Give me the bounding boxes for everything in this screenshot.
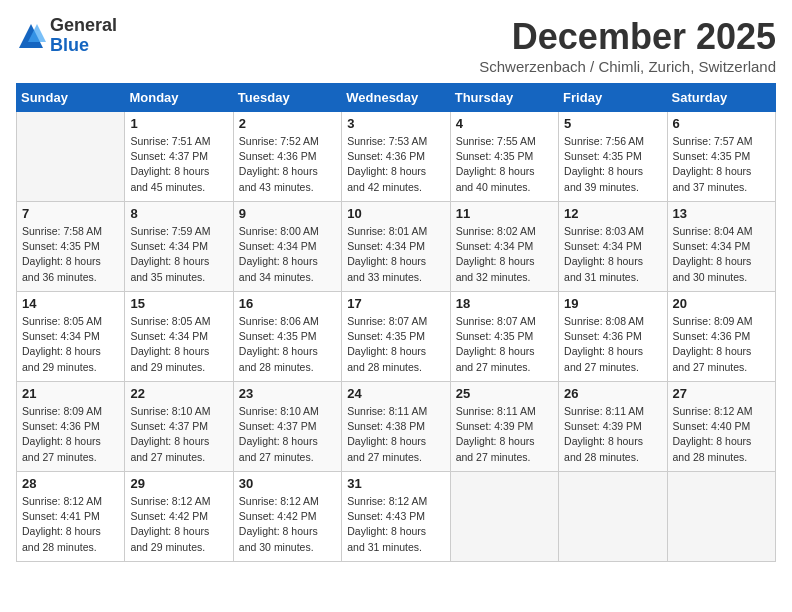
day-number: 21 [22, 386, 119, 401]
day-number: 16 [239, 296, 336, 311]
day-info: Sunrise: 8:12 AM Sunset: 4:41 PM Dayligh… [22, 494, 119, 555]
calendar-day-cell: 25Sunrise: 8:11 AM Sunset: 4:39 PM Dayli… [450, 382, 558, 472]
day-number: 8 [130, 206, 227, 221]
calendar-day-cell: 16Sunrise: 8:06 AM Sunset: 4:35 PM Dayli… [233, 292, 341, 382]
calendar-body: 1Sunrise: 7:51 AM Sunset: 4:37 PM Daylig… [17, 112, 776, 562]
calendar-day-cell: 31Sunrise: 8:12 AM Sunset: 4:43 PM Dayli… [342, 472, 450, 562]
calendar-table: SundayMondayTuesdayWednesdayThursdayFrid… [16, 83, 776, 562]
day-number: 12 [564, 206, 661, 221]
day-number: 20 [673, 296, 770, 311]
weekday-header-cell: Wednesday [342, 84, 450, 112]
day-info: Sunrise: 7:53 AM Sunset: 4:36 PM Dayligh… [347, 134, 444, 195]
day-number: 5 [564, 116, 661, 131]
logo: General Blue [16, 16, 117, 56]
day-number: 27 [673, 386, 770, 401]
calendar-day-cell: 18Sunrise: 8:07 AM Sunset: 4:35 PM Dayli… [450, 292, 558, 382]
calendar-day-cell: 3Sunrise: 7:53 AM Sunset: 4:36 PM Daylig… [342, 112, 450, 202]
calendar-day-cell: 30Sunrise: 8:12 AM Sunset: 4:42 PM Dayli… [233, 472, 341, 562]
calendar-day-cell [667, 472, 775, 562]
day-info: Sunrise: 8:04 AM Sunset: 4:34 PM Dayligh… [673, 224, 770, 285]
day-info: Sunrise: 8:00 AM Sunset: 4:34 PM Dayligh… [239, 224, 336, 285]
logo-blue-text: Blue [50, 36, 117, 56]
logo-general-text: General [50, 16, 117, 36]
weekday-header-cell: Sunday [17, 84, 125, 112]
page-header: General Blue December 2025 Schwerzenbach… [16, 16, 776, 75]
day-info: Sunrise: 8:12 AM Sunset: 4:42 PM Dayligh… [239, 494, 336, 555]
calendar-day-cell: 23Sunrise: 8:10 AM Sunset: 4:37 PM Dayli… [233, 382, 341, 472]
day-number: 23 [239, 386, 336, 401]
day-info: Sunrise: 8:07 AM Sunset: 4:35 PM Dayligh… [456, 314, 553, 375]
day-number: 18 [456, 296, 553, 311]
calendar-day-cell: 9Sunrise: 8:00 AM Sunset: 4:34 PM Daylig… [233, 202, 341, 292]
day-info: Sunrise: 8:07 AM Sunset: 4:35 PM Dayligh… [347, 314, 444, 375]
day-number: 24 [347, 386, 444, 401]
calendar-day-cell: 24Sunrise: 8:11 AM Sunset: 4:38 PM Dayli… [342, 382, 450, 472]
day-number: 19 [564, 296, 661, 311]
calendar-day-cell: 8Sunrise: 7:59 AM Sunset: 4:34 PM Daylig… [125, 202, 233, 292]
day-info: Sunrise: 7:58 AM Sunset: 4:35 PM Dayligh… [22, 224, 119, 285]
day-info: Sunrise: 8:01 AM Sunset: 4:34 PM Dayligh… [347, 224, 444, 285]
day-number: 10 [347, 206, 444, 221]
day-info: Sunrise: 7:59 AM Sunset: 4:34 PM Dayligh… [130, 224, 227, 285]
calendar-day-cell: 17Sunrise: 8:07 AM Sunset: 4:35 PM Dayli… [342, 292, 450, 382]
day-info: Sunrise: 8:11 AM Sunset: 4:38 PM Dayligh… [347, 404, 444, 465]
day-number: 2 [239, 116, 336, 131]
day-info: Sunrise: 8:12 AM Sunset: 4:42 PM Dayligh… [130, 494, 227, 555]
day-info: Sunrise: 7:57 AM Sunset: 4:35 PM Dayligh… [673, 134, 770, 195]
day-number: 6 [673, 116, 770, 131]
calendar-day-cell: 11Sunrise: 8:02 AM Sunset: 4:34 PM Dayli… [450, 202, 558, 292]
day-info: Sunrise: 7:52 AM Sunset: 4:36 PM Dayligh… [239, 134, 336, 195]
calendar-day-cell: 6Sunrise: 7:57 AM Sunset: 4:35 PM Daylig… [667, 112, 775, 202]
day-info: Sunrise: 8:05 AM Sunset: 4:34 PM Dayligh… [22, 314, 119, 375]
calendar-day-cell: 2Sunrise: 7:52 AM Sunset: 4:36 PM Daylig… [233, 112, 341, 202]
weekday-header-cell: Saturday [667, 84, 775, 112]
day-info: Sunrise: 8:11 AM Sunset: 4:39 PM Dayligh… [456, 404, 553, 465]
calendar-day-cell: 13Sunrise: 8:04 AM Sunset: 4:34 PM Dayli… [667, 202, 775, 292]
day-info: Sunrise: 8:03 AM Sunset: 4:34 PM Dayligh… [564, 224, 661, 285]
day-info: Sunrise: 8:05 AM Sunset: 4:34 PM Dayligh… [130, 314, 227, 375]
day-info: Sunrise: 8:09 AM Sunset: 4:36 PM Dayligh… [22, 404, 119, 465]
calendar-day-cell: 29Sunrise: 8:12 AM Sunset: 4:42 PM Dayli… [125, 472, 233, 562]
month-title: December 2025 [479, 16, 776, 58]
day-number: 25 [456, 386, 553, 401]
day-number: 4 [456, 116, 553, 131]
day-number: 15 [130, 296, 227, 311]
calendar-day-cell: 20Sunrise: 8:09 AM Sunset: 4:36 PM Dayli… [667, 292, 775, 382]
day-number: 26 [564, 386, 661, 401]
day-info: Sunrise: 7:51 AM Sunset: 4:37 PM Dayligh… [130, 134, 227, 195]
calendar-day-cell: 14Sunrise: 8:05 AM Sunset: 4:34 PM Dayli… [17, 292, 125, 382]
calendar-day-cell: 4Sunrise: 7:55 AM Sunset: 4:35 PM Daylig… [450, 112, 558, 202]
day-info: Sunrise: 8:09 AM Sunset: 4:36 PM Dayligh… [673, 314, 770, 375]
day-info: Sunrise: 7:56 AM Sunset: 4:35 PM Dayligh… [564, 134, 661, 195]
calendar-week-row: 21Sunrise: 8:09 AM Sunset: 4:36 PM Dayli… [17, 382, 776, 472]
calendar-day-cell [559, 472, 667, 562]
day-number: 22 [130, 386, 227, 401]
day-number: 28 [22, 476, 119, 491]
calendar-day-cell [450, 472, 558, 562]
day-number: 3 [347, 116, 444, 131]
calendar-day-cell: 27Sunrise: 8:12 AM Sunset: 4:40 PM Dayli… [667, 382, 775, 472]
day-info: Sunrise: 8:10 AM Sunset: 4:37 PM Dayligh… [130, 404, 227, 465]
title-section: December 2025 Schwerzenbach / Chimli, Zu… [479, 16, 776, 75]
day-number: 1 [130, 116, 227, 131]
day-number: 9 [239, 206, 336, 221]
calendar-day-cell: 10Sunrise: 8:01 AM Sunset: 4:34 PM Dayli… [342, 202, 450, 292]
day-number: 13 [673, 206, 770, 221]
calendar-day-cell: 7Sunrise: 7:58 AM Sunset: 4:35 PM Daylig… [17, 202, 125, 292]
calendar-week-row: 1Sunrise: 7:51 AM Sunset: 4:37 PM Daylig… [17, 112, 776, 202]
calendar-day-cell: 5Sunrise: 7:56 AM Sunset: 4:35 PM Daylig… [559, 112, 667, 202]
calendar-week-row: 7Sunrise: 7:58 AM Sunset: 4:35 PM Daylig… [17, 202, 776, 292]
day-info: Sunrise: 8:02 AM Sunset: 4:34 PM Dayligh… [456, 224, 553, 285]
day-number: 11 [456, 206, 553, 221]
day-info: Sunrise: 8:11 AM Sunset: 4:39 PM Dayligh… [564, 404, 661, 465]
calendar-day-cell: 15Sunrise: 8:05 AM Sunset: 4:34 PM Dayli… [125, 292, 233, 382]
day-number: 31 [347, 476, 444, 491]
calendar-day-cell: 22Sunrise: 8:10 AM Sunset: 4:37 PM Dayli… [125, 382, 233, 472]
calendar-week-row: 14Sunrise: 8:05 AM Sunset: 4:34 PM Dayli… [17, 292, 776, 382]
day-info: Sunrise: 8:12 AM Sunset: 4:40 PM Dayligh… [673, 404, 770, 465]
calendar-day-cell: 19Sunrise: 8:08 AM Sunset: 4:36 PM Dayli… [559, 292, 667, 382]
day-number: 7 [22, 206, 119, 221]
logo-icon [16, 21, 46, 51]
weekday-header-cell: Tuesday [233, 84, 341, 112]
day-info: Sunrise: 8:06 AM Sunset: 4:35 PM Dayligh… [239, 314, 336, 375]
